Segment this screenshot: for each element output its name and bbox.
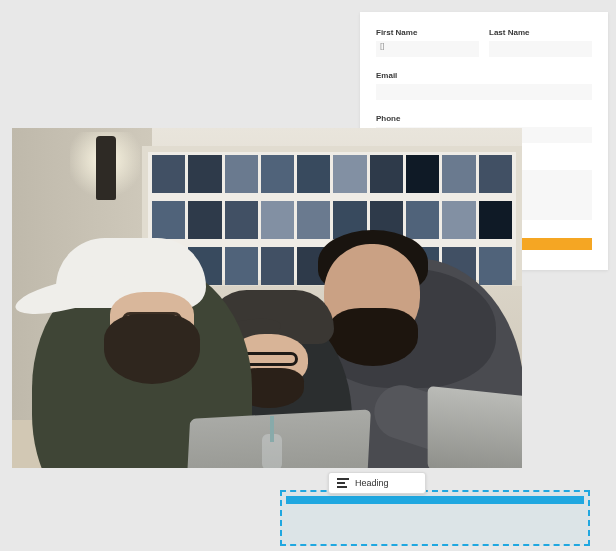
first-name-input[interactable]: [] [376,41,479,57]
first-name-label: First Name [376,28,479,37]
last-name-input[interactable] [489,41,592,57]
last-name-label: Last Name [489,28,592,37]
first-name-group: First Name [] [376,28,479,57]
heading-widget[interactable]: Heading [328,472,426,494]
email-group: Email [376,71,592,100]
email-label: Email [376,71,592,80]
phone-label: Phone [376,114,592,123]
placeholder-icon: [] [380,41,390,50]
last-name-group: Last Name [489,28,592,57]
heading-widget-label: Heading [355,478,389,488]
drop-zone[interactable] [280,490,590,546]
drop-zone-bar [286,496,584,504]
hero-image [12,128,522,468]
email-input[interactable] [376,84,592,100]
heading-icon [337,478,349,488]
